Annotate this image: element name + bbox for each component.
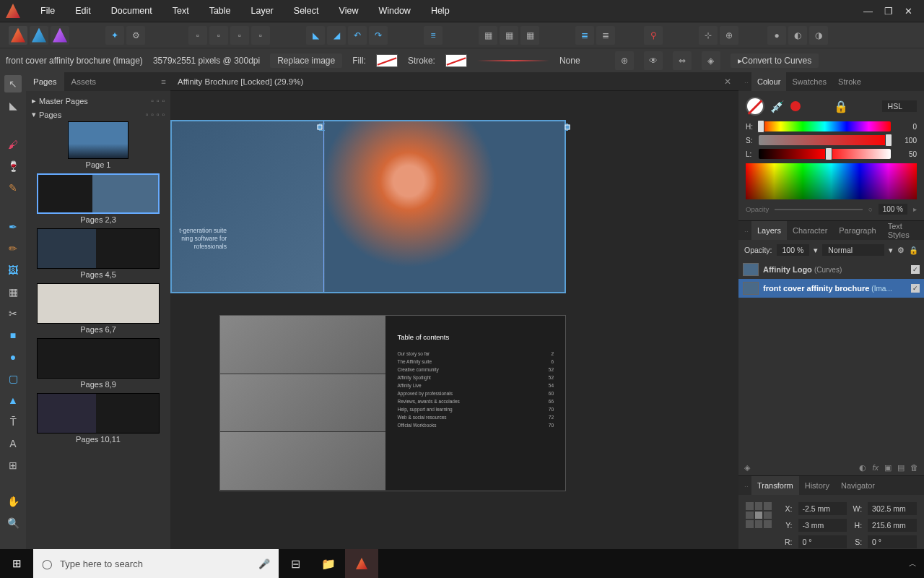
menu-help[interactable]: Help bbox=[421, 3, 460, 19]
frame-text-tool-icon[interactable]: T̄ bbox=[4, 413, 22, 431]
preferences-icon[interactable]: ⚙ bbox=[126, 26, 145, 45]
mask-icon[interactable]: ◈ bbox=[744, 463, 750, 472]
boolean-2-icon[interactable]: ◐ bbox=[788, 26, 807, 45]
colour-mode-dropdown[interactable]: HSL bbox=[882, 100, 917, 112]
replace-image-button[interactable]: Replace image bbox=[270, 53, 342, 68]
layer-row[interactable]: front cover affinity brochure (Ima...✓ bbox=[738, 279, 924, 298]
menu-layer[interactable]: Layer bbox=[241, 3, 284, 19]
canvas-area[interactable]: Affinity Brochure [Locked] (29.9%) ✕ t-g… bbox=[170, 72, 738, 556]
preflight-icon[interactable]: ✦ bbox=[105, 26, 124, 45]
lock-children-icon[interactable]: ⊕ bbox=[615, 51, 634, 70]
constrain-icon[interactable]: ⇔ bbox=[673, 51, 692, 70]
opacity-value[interactable]: 100 % bbox=[879, 204, 907, 215]
rotate-ccw-icon[interactable]: ↶ bbox=[348, 26, 367, 45]
arrange-backward-icon[interactable]: ▫ bbox=[209, 26, 228, 45]
w-input[interactable]: 302.5 mm bbox=[868, 502, 917, 515]
page-thumb-89[interactable]: Pages 8,9 bbox=[30, 338, 166, 389]
tab-assets[interactable]: Assets bbox=[64, 72, 104, 91]
crop-tool-icon[interactable]: ✂ bbox=[4, 305, 22, 322]
tab-pages[interactable]: Pages bbox=[26, 72, 64, 91]
triangle-tool-icon[interactable]: ▲ bbox=[4, 392, 22, 409]
master-pages-section[interactable]: Master Pages bbox=[39, 97, 88, 105]
tab-swatches[interactable]: Swatches bbox=[786, 72, 832, 91]
close-doc-icon[interactable]: ✕ bbox=[724, 77, 731, 87]
task-view-icon[interactable]: ⊟ bbox=[279, 549, 312, 578]
flip-h-icon[interactable]: ◣ bbox=[306, 26, 325, 45]
transform-origin-icon[interactable]: ◈ bbox=[702, 51, 720, 70]
stroke-style-dropdown[interactable]: None bbox=[559, 56, 580, 66]
spread-2-3[interactable]: t-generation suite ning software for rof… bbox=[170, 120, 566, 293]
lum-slider[interactable] bbox=[759, 149, 891, 159]
flip-v-icon[interactable]: ◢ bbox=[327, 26, 346, 45]
fill-swatch[interactable] bbox=[376, 54, 398, 67]
boolean-1-icon[interactable]: ● bbox=[767, 26, 786, 45]
menu-table[interactable]: Table bbox=[199, 3, 241, 19]
x-input[interactable]: -2.5 mm bbox=[798, 502, 847, 515]
zoom-tool-icon[interactable]: 🔍 bbox=[4, 514, 22, 532]
y-input[interactable]: -3 mm bbox=[798, 519, 847, 532]
close-icon[interactable]: ✕ bbox=[905, 6, 912, 17]
delete-layer-icon[interactable]: 🗑 bbox=[910, 463, 918, 473]
r-input[interactable]: 0 ° bbox=[798, 535, 847, 548]
arrange-back-icon[interactable]: ▫ bbox=[188, 26, 207, 45]
h-input[interactable]: 215.6 mm bbox=[868, 519, 917, 532]
menu-edit[interactable]: Edit bbox=[65, 3, 101, 19]
explorer-icon[interactable]: 📁 bbox=[312, 549, 345, 578]
table-tool-icon[interactable]: ⊞ bbox=[4, 457, 22, 474]
arrange-forward-icon[interactable]: ▫ bbox=[230, 26, 249, 45]
crop-layer-icon[interactable]: ▣ bbox=[884, 463, 892, 473]
page-thumb-23[interactable]: Pages 2,3 bbox=[30, 173, 166, 224]
wrap-2-icon[interactable]: ▦ bbox=[500, 26, 518, 45]
persona-designer-icon[interactable] bbox=[30, 26, 48, 45]
hide-icon[interactable]: 👁 bbox=[644, 51, 663, 70]
art-text-tool-icon[interactable]: A bbox=[4, 435, 22, 452]
page-thumb-67[interactable]: Pages 6,7 bbox=[30, 283, 166, 334]
persona-publisher-icon[interactable] bbox=[9, 26, 27, 45]
maximize-icon[interactable]: ❐ bbox=[884, 6, 893, 17]
pencil-tool-icon[interactable]: ✏ bbox=[4, 240, 22, 257]
tab-stroke[interactable]: Stroke bbox=[832, 72, 867, 91]
opacity-slider[interactable] bbox=[775, 209, 863, 210]
layer-opacity-dropdown[interactable]: 100 % bbox=[777, 244, 810, 256]
menu-text[interactable]: Text bbox=[162, 3, 199, 19]
baseline-1-icon[interactable]: ≣ bbox=[575, 26, 594, 45]
panel-menu-icon[interactable]: ≡ bbox=[157, 77, 170, 86]
wrap-3-icon[interactable]: ▦ bbox=[520, 26, 539, 45]
tray-chevron-icon[interactable]: ︿ bbox=[902, 558, 924, 569]
pages-section[interactable]: Pages bbox=[39, 111, 61, 119]
menu-document[interactable]: Document bbox=[101, 3, 162, 19]
colour-field[interactable] bbox=[746, 163, 917, 199]
align-icon[interactable]: ≡ bbox=[424, 26, 443, 45]
minimize-icon[interactable]: — bbox=[863, 6, 873, 17]
snap-icon[interactable]: ⚲ bbox=[644, 26, 663, 45]
tab-layers[interactable]: Layers bbox=[751, 221, 787, 240]
page-thumb-1011[interactable]: Pages 10,11 bbox=[30, 393, 166, 444]
rounded-tool-icon[interactable]: ▢ bbox=[4, 370, 22, 387]
eyedropper-icon[interactable]: 💉 bbox=[770, 100, 785, 113]
menu-window[interactable]: Window bbox=[368, 3, 420, 19]
lock-icon[interactable]: 🔒 bbox=[834, 100, 848, 113]
grid-tool-icon[interactable]: ▦ bbox=[4, 283, 22, 301]
menu-select[interactable]: Select bbox=[284, 3, 329, 19]
app-taskbar-icon[interactable] bbox=[345, 549, 378, 578]
tab-history[interactable]: History bbox=[799, 476, 835, 495]
stroke-preview[interactable] bbox=[477, 60, 549, 61]
taskbar-search[interactable]: ◯ Type here to search 🎤 bbox=[33, 549, 279, 578]
layer-row[interactable]: Affinity Logo (Curves)✓ bbox=[738, 260, 924, 279]
layer-lock-icon[interactable]: 🔒 bbox=[909, 246, 918, 255]
ellipse-tool-icon[interactable]: ● bbox=[4, 348, 22, 366]
hue-slider[interactable] bbox=[759, 121, 891, 131]
misc-1-icon[interactable]: ⊹ bbox=[699, 26, 718, 45]
page-thumb-1[interactable]: Page 1 bbox=[30, 121, 166, 169]
secondary-colour-swatch[interactable] bbox=[790, 101, 801, 111]
tab-textstyles[interactable]: Text Styles bbox=[882, 221, 924, 240]
rotate-cw-icon[interactable]: ↷ bbox=[369, 26, 388, 45]
primary-colour-swatch[interactable] bbox=[746, 97, 764, 116]
fill-tool-icon[interactable]: 🍷 bbox=[4, 158, 22, 175]
mic-icon[interactable]: 🎤 bbox=[258, 558, 270, 569]
adjustment-icon[interactable]: ◐ bbox=[859, 463, 866, 473]
anchor-selector[interactable] bbox=[746, 502, 772, 528]
persona-photo-icon[interactable] bbox=[51, 26, 69, 45]
add-layer-icon[interactable]: ▤ bbox=[897, 463, 905, 473]
move-tool-icon[interactable]: ↖ bbox=[4, 75, 22, 92]
